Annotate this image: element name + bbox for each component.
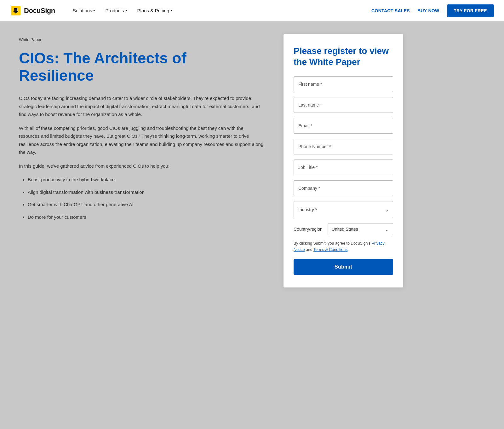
email-input[interactable] bbox=[294, 118, 393, 134]
industry-select[interactable]: Industry * Technology Finance Healthcare… bbox=[294, 201, 393, 218]
logo-link[interactable]: DocuSign bbox=[10, 5, 55, 16]
country-select-wrapper: United States Canada United Kingdom Aust… bbox=[328, 223, 393, 235]
article-paragraph-3: In this guide, we've gathered advice fro… bbox=[19, 162, 265, 170]
article-body: CIOs today are facing increasing demand … bbox=[19, 94, 265, 221]
registration-form-panel: Please register to view the White Paper … bbox=[284, 34, 403, 287]
job-title-input[interactable] bbox=[294, 159, 393, 175]
chevron-down-icon: ▾ bbox=[125, 9, 127, 13]
left-content: White Paper CIOs: The Architects of Resi… bbox=[19, 34, 265, 225]
main-layout: White Paper CIOs: The Architects of Resi… bbox=[0, 21, 504, 429]
list-item: Boost productivity in the hybrid workpla… bbox=[28, 176, 265, 184]
first-name-input[interactable] bbox=[294, 76, 393, 92]
country-select[interactable]: United States Canada United Kingdom Aust… bbox=[328, 223, 393, 235]
terms-link[interactable]: Terms & Conditions bbox=[313, 247, 347, 252]
submit-button[interactable]: Submit bbox=[294, 259, 393, 275]
nav-actions: CONTACT SALES BUY NOW TRY FOR FREE bbox=[371, 4, 494, 17]
job-title-group bbox=[294, 159, 393, 175]
last-name-input[interactable] bbox=[294, 97, 393, 113]
docusign-logo-icon bbox=[10, 5, 21, 16]
nav-solutions[interactable]: Solutions ▾ bbox=[73, 8, 95, 13]
list-item: Align digital transformation with busine… bbox=[28, 188, 265, 196]
country-label: Country/region bbox=[294, 227, 323, 232]
navbar: DocuSign Solutions ▾ Products ▾ Plans & … bbox=[0, 0, 504, 21]
breadcrumb: White Paper bbox=[19, 37, 265, 42]
list-item: Get smarter with ChatGPT and other gener… bbox=[28, 200, 265, 209]
phone-input[interactable] bbox=[294, 139, 393, 154]
logo-text: DocuSign bbox=[24, 7, 55, 15]
article-list: Boost productivity in the hybrid workpla… bbox=[19, 176, 265, 221]
last-name-group bbox=[294, 97, 393, 113]
consent-after: . bbox=[347, 247, 348, 252]
article-paragraph-2: With all of these competing priorities, … bbox=[19, 124, 265, 156]
form-title: Please register to view the White Paper bbox=[294, 45, 393, 67]
email-group bbox=[294, 118, 393, 134]
buy-now-button[interactable]: BUY NOW bbox=[417, 8, 439, 13]
contact-sales-button[interactable]: CONTACT SALES bbox=[371, 8, 410, 13]
nav-products[interactable]: Products ▾ bbox=[105, 8, 127, 13]
article-title: CIOs: The Architects of Resilience bbox=[19, 49, 265, 84]
nav-plans-pricing[interactable]: Plans & Pricing ▾ bbox=[137, 8, 173, 13]
company-group bbox=[294, 180, 393, 196]
article-paragraph-1: CIOs today are facing increasing demand … bbox=[19, 94, 265, 119]
chevron-down-icon: ▾ bbox=[170, 9, 172, 13]
consent-before: By clicking Submit, you agree to DocuSig… bbox=[294, 241, 370, 246]
phone-group bbox=[294, 139, 393, 154]
consent-and: and bbox=[306, 247, 312, 252]
chevron-down-icon: ▾ bbox=[93, 9, 95, 13]
company-input[interactable] bbox=[294, 180, 393, 196]
consent-text: By clicking Submit, you agree to DocuSig… bbox=[294, 240, 393, 253]
list-item: Do more for your customers bbox=[28, 213, 265, 221]
nav-links: Solutions ▾ Products ▾ Plans & Pricing ▾ bbox=[73, 8, 359, 13]
industry-select-wrapper: Industry * Technology Finance Healthcare… bbox=[294, 201, 393, 218]
industry-group: Industry * Technology Finance Healthcare… bbox=[294, 201, 393, 218]
country-region-row: Country/region United States Canada Unit… bbox=[294, 223, 393, 235]
first-name-group bbox=[294, 76, 393, 92]
try-for-free-button[interactable]: TRY FOR FREE bbox=[447, 4, 494, 17]
